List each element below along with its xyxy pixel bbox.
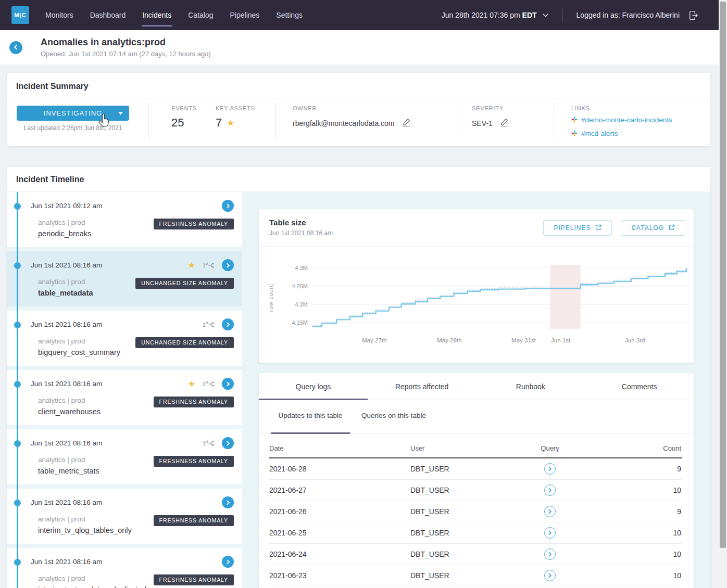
open-event-button[interactable]: [222, 200, 234, 212]
nav-item-settings[interactable]: Settings: [275, 6, 303, 24]
datetime-dropdown[interactable]: Jun 28th 2021 07:36 pm EDT: [442, 11, 549, 19]
status-label: INVESTIGATING: [44, 109, 102, 117]
table-row: 2021-06-24DBT_USER10: [269, 544, 682, 565]
events-count: 25: [171, 116, 197, 130]
nav-item-catalog[interactable]: Catalog: [187, 6, 214, 24]
incident-opened-timestamp: Opened: Jun 1st 2021 07:14 am (27 days, …: [41, 50, 211, 58]
key-assets-label: KEY ASSETS: [216, 105, 255, 111]
row-count: 10: [586, 571, 682, 580]
timeline-item[interactable]: Jun 1st 2021 08:16 am★1stanalytics | pro…: [7, 251, 242, 306]
scrollbar-thumb[interactable]: [720, 2, 726, 548]
row-date: 2021-06-23: [269, 571, 410, 580]
tab-query-logs[interactable]: Query logs: [259, 373, 368, 400]
star-icon: ★: [188, 261, 195, 270]
event-timestamp: Jun 1st 2021 08:16 am: [31, 380, 102, 388]
event-table-name: interim_tv_templates_duplicated: [38, 585, 146, 588]
open-event-button[interactable]: [222, 259, 234, 271]
open-event-button[interactable]: [222, 437, 234, 449]
column-header-query: Query: [513, 444, 586, 452]
sub-tabs: Updates to this tableQueries on this tab…: [259, 400, 694, 434]
anomaly-type-badge: FRESHNESS ANOMALY: [154, 515, 234, 526]
summary-divider: [457, 104, 457, 139]
nav-divider: [562, 8, 563, 22]
pipelines-button-label: PIPELINES: [554, 224, 591, 232]
nav-items: MonitorsDashboardIncidentsCatalogPipelin…: [45, 6, 303, 24]
event-timestamp: Jun 1st 2021 09:12 am: [31, 202, 102, 210]
table-row: 2021-06-26DBT_USER9: [269, 501, 682, 522]
timeline-item[interactable]: Jun 1st 2021 08:16 am1stanalytics | prod…: [7, 311, 242, 366]
table-size-card: Table size Jun 1st 2021 08:16 am PIPELIN…: [259, 209, 694, 363]
event-schema: analytics | prod: [38, 456, 99, 464]
status-last-updated: Last updated 2:26pm Jun 8th, 2021: [17, 124, 129, 132]
nav-item-dashboard[interactable]: Dashboard: [90, 6, 127, 24]
tab-comments[interactable]: Comments: [585, 373, 694, 400]
view-query-button[interactable]: [544, 527, 556, 539]
timeline-item[interactable]: Jun 1st 2021 08:16 amanalytics | prodint…: [7, 548, 242, 588]
logout-icon[interactable]: [688, 10, 699, 21]
svg-text:Jun 1st: Jun 1st: [551, 337, 571, 343]
event-timestamp: Jun 1st 2021 08:16 am: [31, 321, 102, 328]
subtab-queries-on-this-table[interactable]: Queries on this table: [350, 412, 437, 433]
row-date: 2021-06-28: [269, 465, 410, 473]
lineage-first-degree-icon: 1st: [203, 262, 215, 269]
catalog-button-label: CATALOG: [631, 224, 664, 232]
open-event-button[interactable]: [222, 496, 234, 508]
timeline-item[interactable]: Jun 1st 2021 08:16 am★1stanalytics | pro…: [7, 370, 242, 425]
vertical-scrollbar[interactable]: [719, 0, 727, 588]
svg-text:4.3M: 4.3M: [295, 265, 308, 271]
subtab-updates-to-this-table[interactable]: Updates to this table: [271, 412, 350, 433]
view-query-button[interactable]: [544, 548, 556, 560]
nav-item-incidents[interactable]: Incidents: [142, 6, 172, 24]
catalog-button[interactable]: CATALOG: [621, 220, 685, 236]
back-button[interactable]: [9, 41, 22, 54]
edit-owner-icon[interactable]: [402, 118, 411, 129]
status-dropdown-button[interactable]: INVESTIGATING: [17, 106, 129, 121]
tab-runbook[interactable]: Runbook: [477, 373, 585, 400]
open-event-button[interactable]: [222, 318, 234, 330]
timeline-item[interactable]: Jun 1st 2021 08:16 am1stanalytics | prod…: [7, 429, 242, 484]
svg-text:May 29th: May 29th: [437, 337, 461, 343]
open-event-button[interactable]: [222, 378, 234, 390]
nav-item-pipelines[interactable]: Pipelines: [230, 6, 260, 24]
row-user: DBT_USER: [410, 571, 513, 580]
event-schema: analytics | prod: [38, 515, 132, 523]
svg-text:st: st: [206, 321, 208, 325]
event-schema: analytics | prod: [38, 219, 91, 226]
page-header: Anomalies in analytics:prod Opened: Jun …: [0, 30, 727, 65]
slack-channel-link[interactable]: #demo-monte-carlo-incidents: [581, 116, 672, 124]
chevron-down-icon: [542, 11, 549, 19]
column-header-date: Date: [269, 444, 410, 452]
timeline-item[interactable]: Jun 1st 2021 08:16 amanalytics | prodint…: [7, 489, 242, 544]
row-count: 9: [586, 507, 682, 516]
view-query-button[interactable]: [544, 506, 556, 517]
event-table-name: client_warehouses: [38, 407, 101, 416]
slack-channel-link[interactable]: #mcd-alerts: [581, 130, 618, 137]
view-query-button[interactable]: [544, 570, 556, 581]
anomaly-type-badge: FRESHNESS ANOMALY: [154, 456, 234, 467]
timeline-item[interactable]: Jun 1st 2021 09:12 amanalytics | prodper…: [7, 192, 242, 247]
nav-item-monitors[interactable]: Monitors: [45, 6, 74, 24]
event-schema: analytics | prod: [38, 278, 93, 286]
table-row: 2021-06-23DBT_USER10: [269, 565, 682, 586]
open-event-button[interactable]: [222, 556, 234, 568]
query-table-header: DateUserQueryCount: [269, 440, 682, 458]
pipelines-button[interactable]: PIPELINES: [543, 220, 612, 236]
event-table-name: table_metadata: [38, 289, 93, 297]
star-icon: ★: [188, 380, 195, 388]
row-count-step-chart: 4.3M4.25M4.2M4.15Mrow countMay 27thMay 2…: [259, 247, 694, 363]
tab-reports-affected[interactable]: Reports affected: [368, 373, 477, 400]
timeline-line: [17, 192, 18, 588]
svg-text:4.15M: 4.15M: [292, 319, 308, 326]
view-query-button[interactable]: [544, 463, 556, 475]
monte-carlo-logo[interactable]: M|C: [11, 6, 29, 24]
svg-text:st: st: [206, 262, 208, 265]
row-user: DBT_USER: [410, 507, 513, 516]
view-query-button[interactable]: [544, 484, 556, 496]
logged-in-user-label: Logged in as: Francisco Alberini: [576, 11, 680, 19]
edit-severity-icon[interactable]: [500, 118, 509, 129]
event-schema: analytics | prod: [38, 337, 120, 345]
row-user: DBT_USER: [410, 529, 513, 537]
row-count: 10: [586, 486, 682, 494]
event-timestamp: Jun 1st 2021 08:16 am: [31, 439, 102, 447]
severity-label: SEVERITY: [472, 105, 509, 111]
